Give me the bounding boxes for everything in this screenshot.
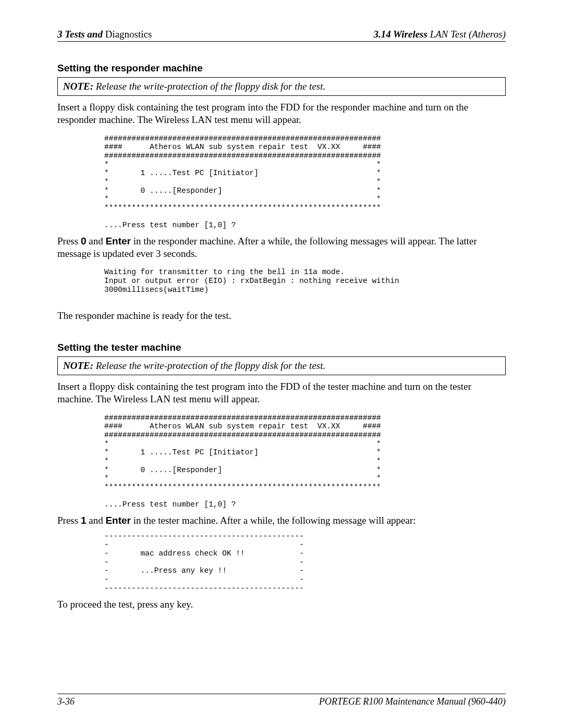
note-label: NOTE: (63, 81, 93, 92)
key-zero: 0 (81, 236, 87, 246)
page-footer: 3-36 PORTEGE R100 Maintenance Manual (96… (57, 694, 506, 707)
note-body: Release the write-protection of the flop… (93, 81, 325, 92)
txt: and (86, 236, 105, 246)
footer-page-number: 3-36 (57, 696, 75, 707)
heading-responder: Setting the responder machine (57, 63, 506, 74)
header-chapter-title-rest: Diagnostics (103, 29, 152, 40)
responder-ready-para: The responder machine is ready for the t… (57, 310, 506, 322)
responder-press-para: Press 0 and Enter in the responder machi… (57, 235, 506, 260)
footer-manual-title: PORTEGE R100 Maintenance Manual (960-440… (319, 696, 506, 707)
note-box-responder: NOTE: Release the write-protection of th… (57, 77, 506, 96)
note-box-tester: NOTE: Release the write-protection of th… (57, 356, 506, 375)
txt: Press (57, 236, 81, 246)
tester-press-para: Press 1 and Enter in the tester machine.… (57, 514, 506, 527)
header-section-title-rest: LAN Test (Atheros) (427, 29, 506, 40)
header-chapter-num: 3 (57, 29, 63, 40)
key-enter: Enter (105, 236, 131, 246)
tester-mac-terminal: ----------------------------------------… (104, 532, 506, 593)
key-one: 1 (81, 515, 87, 526)
header-right: 3.14 Wireless LAN Test (Atheros) (373, 29, 506, 40)
txt: and (86, 515, 105, 526)
key-enter: Enter (105, 515, 131, 526)
note-label: NOTE: (63, 360, 93, 371)
header-section-num: 3.14 (373, 29, 390, 40)
proceed-para: To proceed the test, press any key. (57, 598, 506, 611)
tester-intro-para: Insert a floppy disk containing the test… (57, 380, 506, 405)
responder-wait-terminal: Waiting for transmitter to ring the bell… (104, 268, 506, 294)
header-chapter-title-bold: Tests and (65, 29, 103, 40)
tester-menu-terminal: ########################################… (104, 414, 506, 509)
txt: in the tester machine. After a while, th… (131, 515, 416, 526)
txt: Press (57, 515, 81, 526)
heading-tester: Setting the tester machine (57, 342, 506, 353)
header-left: 3 Tests and Diagnostics (57, 29, 152, 40)
page-header: 3 Tests and Diagnostics 3.14 Wireless LA… (57, 29, 506, 42)
responder-intro-para: Insert a floppy disk containing the test… (57, 101, 506, 126)
responder-menu-terminal: ########################################… (104, 134, 506, 230)
note-body: Release the write-protection of the flop… (93, 360, 325, 371)
header-section-title-bold: Wireless (391, 29, 427, 40)
